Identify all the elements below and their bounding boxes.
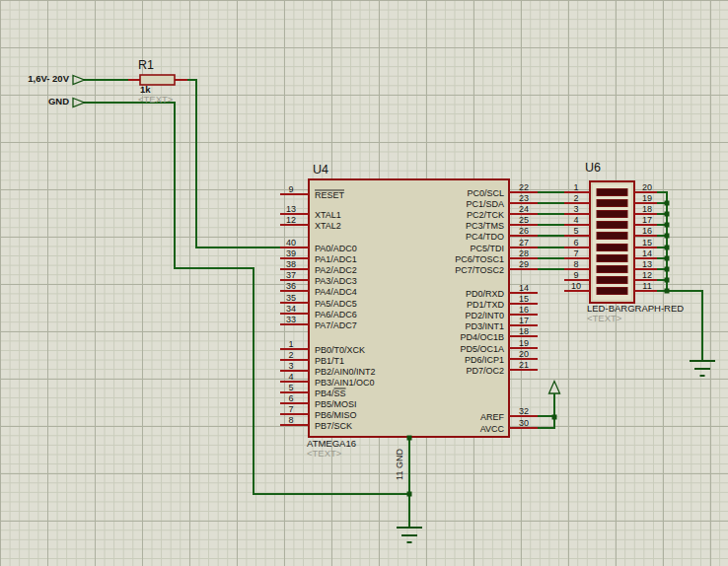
pin-text: 35	[286, 293, 296, 303]
pin-text: AREF	[480, 412, 505, 422]
pin-text: PC4/TDO	[466, 232, 504, 242]
power-symbol[interactable]	[549, 382, 560, 429]
led-segment	[597, 200, 627, 207]
u6-pin-left-6[interactable]: 6	[564, 238, 590, 248]
pin-text: 6	[573, 238, 578, 248]
pin-text: PB1/T1	[315, 356, 344, 366]
schematic-canvas[interactable]: 9RESET13XTAL112XTAL240PA0/ADC039PA1/ADC1…	[0, 0, 728, 566]
pin-text: PD4/OC1B	[460, 332, 504, 342]
junction-dot	[665, 278, 670, 283]
u6-pin-right-14[interactable]: 14	[634, 248, 657, 259]
pin-text: 15	[519, 294, 529, 304]
u6-pin-left-3[interactable]: 3	[564, 204, 590, 215]
pin-text: 18	[519, 326, 529, 336]
pin-text: 3	[573, 204, 578, 214]
pin-text: PA1/ADC1	[315, 254, 357, 264]
pin-text: 40	[286, 238, 296, 248]
pin-text: 14	[642, 248, 652, 258]
u6-pin-right-15[interactable]: 15	[634, 238, 657, 248]
u6-pin-left-10[interactable]: 10	[564, 281, 590, 292]
led-segment	[597, 277, 627, 284]
input-terminals[interactable]	[73, 76, 85, 107]
u6-pin-right-17[interactable]: 17	[634, 215, 657, 226]
pin-text: 15	[642, 238, 652, 248]
resistor-ref-label: R1	[138, 59, 154, 72]
pin-text: 10	[571, 281, 581, 291]
u6-pin-right-13[interactable]: 13	[634, 259, 657, 270]
wire-r1-to-pa0[interactable]	[187, 80, 280, 248]
pin-text: 27	[519, 238, 529, 248]
u6-pin-left-7[interactable]: 7	[564, 248, 590, 259]
pin-text: 16	[642, 226, 652, 236]
ground-symbol[interactable]	[690, 361, 715, 376]
u6-pin-left-2[interactable]: 2	[564, 193, 590, 204]
pin-text: 39	[286, 248, 296, 258]
mcu-u4[interactable]: 9RESET13XTAL112XTAL240PA0/ADC039PA1/ADC1…	[280, 179, 538, 437]
pin-text: 34	[286, 304, 296, 314]
pin-text: PB6/MISO	[315, 410, 357, 420]
mcu-ref-label: U4	[313, 164, 328, 177]
u6-pin-left-4[interactable]: 4	[564, 215, 590, 226]
pin-text: PC6/TOSC1	[455, 254, 504, 264]
pin-text: 13	[642, 259, 652, 269]
pin-text: 5	[573, 226, 578, 236]
pin-text: PD3/INT1	[465, 321, 504, 331]
u6-pin-right-11[interactable]: 11	[634, 281, 657, 292]
pin-text: 2	[573, 193, 578, 203]
pin-text: 28	[519, 248, 529, 258]
schematic-svg: 9RESET13XTAL112XTAL240PA0/ADC039PA1/ADC1…	[0, 0, 728, 566]
input-terminal-arrow[interactable]	[73, 76, 85, 85]
input-terminal-label: 1,6V- 20V	[10, 74, 69, 84]
junction-dot	[407, 492, 412, 497]
pin-text: PA6/ADC6	[315, 310, 357, 319]
pin-text: 1	[573, 182, 578, 192]
u6-pin-left-9[interactable]: 9	[564, 270, 590, 281]
pin-text: 19	[519, 338, 529, 348]
wire-bus-to-ground[interactable]	[667, 291, 702, 361]
pin-text: 16	[519, 305, 529, 315]
pin-text: 24	[519, 204, 529, 214]
pin-text: PA7/ADC7	[315, 320, 357, 330]
led-segment	[597, 255, 627, 262]
u6-pin-right-20[interactable]: 20	[634, 182, 657, 193]
u6-pin-right-12[interactable]: 12	[634, 270, 657, 281]
pin-text: 18	[642, 204, 652, 214]
u6-pin-left-5[interactable]: 5	[564, 226, 590, 237]
pin-text: 8	[288, 415, 293, 425]
mcu-hidden-pin-label: 11 GND	[395, 442, 406, 487]
pin-text: 21	[519, 360, 529, 370]
pin-text: PB7/SCK	[315, 421, 352, 431]
pin-text: PC0/SCL	[467, 188, 504, 198]
pin-text: 23	[519, 193, 529, 203]
u6-pin-right-19[interactable]: 19	[634, 193, 657, 204]
bargraph-u6[interactable]: 1202193184175166157148139121011	[564, 181, 657, 303]
wire-bargraph-bus[interactable]	[657, 192, 667, 291]
pin-text: 20	[519, 349, 529, 359]
pin-text: 7	[573, 248, 578, 258]
pin-text: PB5/MOSI	[315, 399, 357, 409]
ground-symbol[interactable]	[397, 528, 422, 542]
pin-text: XTAL2	[315, 221, 341, 231]
ground-terminal-arrow[interactable]	[73, 99, 85, 107]
led-segment	[597, 245, 627, 251]
power-arrow-icon[interactable]	[549, 382, 560, 394]
pin-text: PB4/SS	[315, 389, 346, 398]
pin-text: 8	[573, 259, 578, 269]
pin-text: RESET	[315, 190, 345, 200]
wire-avcc[interactable]	[538, 393, 554, 428]
pin-text: PD0/RXD	[466, 289, 505, 299]
u6-pin-left-1[interactable]: 1	[564, 182, 590, 193]
u6-pin-right-16[interactable]: 16	[634, 226, 657, 237]
resistor-text-placeholder: <TEXT>	[138, 95, 173, 105]
pin-text: 17	[519, 316, 529, 325]
pin-text: PC1/SDA	[466, 199, 504, 209]
u6-pin-left-8[interactable]: 8	[564, 259, 590, 270]
pin-text: 11	[642, 281, 651, 291]
pin-text: 7	[288, 404, 293, 414]
led-segment	[597, 211, 627, 218]
bargraph-ref-label: U6	[585, 162, 601, 175]
u6-pin-right-18[interactable]: 18	[634, 204, 657, 215]
led-segment	[597, 189, 627, 196]
resistor-r1[interactable]	[128, 75, 187, 85]
pin-text: 37	[286, 270, 296, 280]
